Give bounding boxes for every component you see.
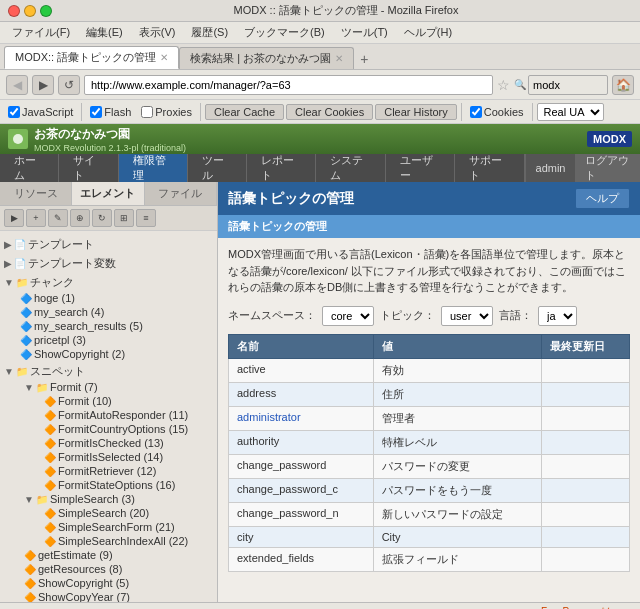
back-button[interactable]: ◀ (6, 75, 28, 95)
sidebar-tab-resources[interactable]: リソース (0, 182, 72, 205)
nav-admin[interactable]: 権限管理 (119, 154, 188, 182)
menu-history[interactable]: 履歴(S) (183, 23, 236, 42)
nav-logout-button[interactable]: ログアウト (575, 154, 640, 182)
nav-tools[interactable]: ツール (188, 154, 247, 182)
clear-history-button[interactable]: Clear History (375, 104, 457, 120)
menu-edit[interactable]: 編集(E) (78, 23, 131, 42)
tree-leaf-formitselected[interactable]: 🔶 FormitIsSelected (14) (40, 450, 217, 464)
sidebar-btn-7[interactable]: ≡ (136, 209, 156, 227)
chunk-icon-2: 🔷 (20, 307, 32, 318)
tree-leaf-simplesearch20[interactable]: 🔶 SimpleSearch (20) (40, 506, 217, 520)
cell-date (542, 526, 630, 547)
search-input[interactable] (528, 75, 608, 95)
tree-folder-simplesearch[interactable]: ▼ 📁 SimpleSearch (3) (16, 492, 217, 506)
nav-support[interactable]: サポート (455, 154, 524, 182)
new-tab-button[interactable]: + (354, 49, 374, 69)
sidebar-btn-3[interactable]: ✎ (48, 209, 68, 227)
tab-search[interactable]: 検索結果 | お茶のなかみつ園 ✕ (179, 47, 354, 69)
home-button[interactable]: 🏠 (612, 75, 634, 95)
cell-name-link[interactable]: administrator (237, 411, 301, 423)
tree-leaf-formitstate[interactable]: 🔶 FormitStateOptions (16) (40, 478, 217, 492)
sidebar-toolbar: ▶ + ✎ ⊕ ↻ ⊞ ≡ (0, 206, 217, 231)
close-button[interactable] (8, 5, 20, 17)
cookies-checkbox[interactable] (470, 106, 482, 118)
bookmark-star-icon[interactable]: ☆ (497, 77, 510, 93)
maximize-button[interactable] (40, 5, 52, 17)
nav-site[interactable]: サイト (59, 154, 118, 182)
tab-close-modx[interactable]: ✕ (160, 52, 168, 63)
clear-cookies-button[interactable]: Clear Cookies (286, 104, 373, 120)
namespace-select[interactable]: core (322, 306, 374, 326)
tab-modx[interactable]: MODX:: 語彙トピックの管理 ✕ (4, 46, 179, 69)
browser-tabs: MODX:: 語彙トピックの管理 ✕ 検索結果 | お茶のなかみつ園 ✕ + (0, 44, 640, 70)
tree-leaf-pricetpl[interactable]: 🔷 pricetpl (3) (16, 333, 217, 347)
sidebar-btn-6[interactable]: ⊞ (114, 209, 134, 227)
sidebar-tab-files[interactable]: ファイル (145, 182, 217, 205)
tree-leaf-showcopyear[interactable]: 🔶 ShowCopyYear (7) (16, 590, 217, 602)
nav-user[interactable]: ユーザー (386, 154, 455, 182)
sidebar-btn-5[interactable]: ↻ (92, 209, 112, 227)
clear-cache-button[interactable]: Clear Cache (205, 104, 284, 120)
tree-leaf-mysearchresults[interactable]: 🔷 my_search_results (5) (16, 319, 217, 333)
window-controls[interactable] (8, 5, 52, 17)
menu-help[interactable]: ヘルプ(H) (396, 23, 460, 42)
lang-select[interactable]: ja (538, 306, 577, 326)
tree-leaf-showcopyright[interactable]: 🔷 ShowCopyright (2) (16, 347, 217, 361)
sidebar-tab-elements[interactable]: エレメント (72, 182, 144, 205)
flash-toggle[interactable]: Flash (86, 105, 135, 119)
tree-leaf-getestimate[interactable]: 🔶 getEstimate (9) (16, 548, 217, 562)
nav-home[interactable]: ホーム (0, 154, 59, 182)
page-title: 語彙トピックの管理 (228, 190, 354, 208)
nav-admin-label[interactable]: admin (525, 154, 576, 182)
tree-leaf-formitauto[interactable]: 🔶 FormitAutoResponder (11) (40, 408, 217, 422)
sidebar-btn-2[interactable]: + (26, 209, 46, 227)
tree-leaf-mysearch[interactable]: 🔷 my_search (4) (16, 305, 217, 319)
flash-checkbox[interactable] (90, 106, 102, 118)
tree-leaf-showcopyright2[interactable]: 🔶 ShowCopyright (5) (16, 576, 217, 590)
tree-folder-chunk[interactable]: ▼ 📁 チャンク (0, 274, 217, 291)
tree-leaf-formit10[interactable]: 🔶 Formit (10) (40, 394, 217, 408)
tree-leaf-formitchecked[interactable]: 🔶 FormitIsChecked (13) (40, 436, 217, 450)
javascript-checkbox[interactable] (8, 106, 20, 118)
tree-leaf-simplesearchindexall[interactable]: 🔶 SimpleSearchIndexAll (22) (40, 534, 217, 548)
sidebar-btn-1[interactable]: ▶ (4, 209, 24, 227)
tree-folder-tv[interactable]: ▶ 📄 テンプレート変数 (0, 255, 217, 272)
help-button[interactable]: ヘルプ (575, 188, 630, 209)
forward-button[interactable]: ▶ (32, 75, 54, 95)
table-row: administrator管理者 (229, 406, 630, 430)
main-navbar: ホーム サイト 権限管理 ツール レポート システム ユーザー サポート adm… (0, 154, 640, 182)
menu-file[interactable]: ファイル(F) (4, 23, 78, 42)
content-description: MODX管理画面で用いる言語(Lexicon・語彙)を各国語単位で管理します。原… (228, 246, 630, 296)
svg-point-0 (13, 134, 23, 144)
tree-leaf-hoge[interactable]: 🔷 hoge (1) (16, 291, 217, 305)
tree-leaf-formitcountry[interactable]: 🔶 FormitCountryOptions (15) (40, 422, 217, 436)
javascript-toggle[interactable]: JavaScript (4, 105, 77, 119)
cell-name: administrator (229, 406, 374, 430)
menu-view[interactable]: 表示(V) (131, 23, 184, 42)
topic-select[interactable]: user (441, 306, 493, 326)
sidebar-btn-4[interactable]: ⊕ (70, 209, 90, 227)
tree-folder-formit[interactable]: ▼ 📁 Formit (7) (16, 380, 217, 394)
tree-leaf-formitretriever[interactable]: 🔶 FormitRetriever (12) (40, 464, 217, 478)
tree-leaf-getresources[interactable]: 🔶 getResources (8) (16, 562, 217, 576)
address-input[interactable] (84, 75, 493, 95)
menu-bookmarks[interactable]: ブックマーク(B) (236, 23, 333, 42)
proxies-checkbox[interactable] (141, 106, 153, 118)
tree-leaf-simplesearchform[interactable]: 🔶 SimpleSearchForm (21) (40, 520, 217, 534)
tab-close-search[interactable]: ✕ (335, 53, 343, 64)
cookies-toggle[interactable]: Cookies (466, 105, 528, 119)
menu-tools[interactable]: ツール(T) (333, 23, 396, 42)
leaf-label-formitretriever: FormitRetriever (12) (58, 465, 156, 477)
nav-system[interactable]: システム (316, 154, 385, 182)
table-row: address住所 (229, 382, 630, 406)
proxies-toggle[interactable]: Proxies (137, 105, 196, 119)
expand-icon-snippet: ▼ (4, 366, 14, 377)
minimize-button[interactable] (24, 5, 36, 17)
table-row: active有効 (229, 358, 630, 382)
tree-folder-templates[interactable]: ▶ 📄 テンプレート (0, 236, 217, 253)
cell-name: city (229, 526, 374, 547)
tree-folder-snippets[interactable]: ▼ 📁 スニペット (0, 363, 217, 380)
reload-button[interactable]: ↺ (58, 75, 80, 95)
ua-select[interactable]: Real UA (537, 103, 604, 121)
nav-report[interactable]: レポート (247, 154, 316, 182)
